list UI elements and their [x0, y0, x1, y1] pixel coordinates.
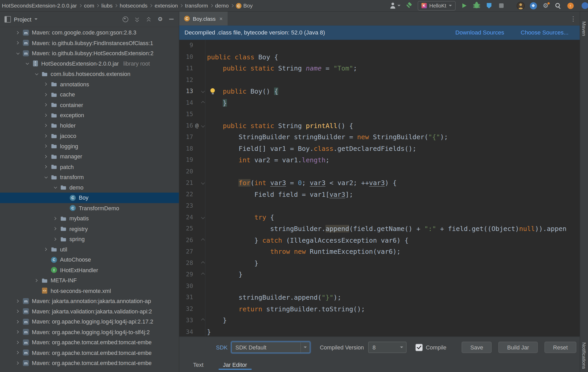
- tree-item[interactable]: Maven: org.apache.tomcat.embed:tomcat-em…: [0, 347, 179, 358]
- breadcrumb-item[interactable]: Boy: [235, 2, 254, 9]
- debug-button[interactable]: [473, 2, 480, 10]
- chevron-down-icon[interactable]: [25, 61, 29, 66]
- compiled-version-select[interactable]: 8: [368, 342, 407, 353]
- chevron-right-icon[interactable]: [16, 320, 20, 324]
- build-button[interactable]: [405, 2, 413, 10]
- reset-button[interactable]: Reset: [545, 342, 576, 353]
- chevron-right-icon[interactable]: [44, 165, 48, 169]
- breadcrumb-item[interactable]: com: [83, 2, 95, 9]
- breadcrumb-item[interactable]: HotSecondsExtension-2.0.0.jar: [1, 2, 78, 9]
- breadcrumb-item[interactable]: hotseconds: [119, 2, 149, 9]
- chevron-down-icon[interactable]: [53, 185, 57, 189]
- tree-item[interactable]: jacoco: [0, 131, 179, 141]
- chevron-right-icon[interactable]: [44, 82, 48, 86]
- tree-item[interactable]: Maven: jakarta.annotation:jakarta.annota…: [0, 296, 179, 306]
- tree-item[interactable]: transform: [0, 172, 179, 182]
- chevron-right-icon[interactable]: [16, 330, 20, 334]
- run-button[interactable]: [461, 2, 468, 10]
- fold-start-icon[interactable]: [200, 120, 206, 131]
- update-button[interactable]: [567, 2, 574, 10]
- tree-item[interactable]: TransformDemo: [0, 203, 179, 213]
- breadcrumb-item[interactable]: demo: [214, 2, 230, 9]
- chevron-right-icon[interactable]: [53, 227, 57, 231]
- tree-item[interactable]: AutoChoose: [0, 255, 179, 265]
- tree-item[interactable]: spring: [0, 234, 179, 244]
- chevron-right-icon[interactable]: [44, 103, 48, 107]
- fold-end-icon[interactable]: [200, 97, 206, 108]
- tree-item[interactable]: hot-seconds-remote.xml: [0, 285, 179, 296]
- expand-all-icon[interactable]: [134, 16, 140, 22]
- fold-end-icon[interactable]: [200, 269, 206, 280]
- tree-item[interactable]: HotSecondsExtension-2.0.0.jarlibrary roo…: [0, 58, 179, 69]
- choose-sources-link[interactable]: Choose Sources...: [521, 29, 569, 36]
- notifications-tool-button[interactable]: Notifications: [581, 342, 587, 369]
- chevron-right-icon[interactable]: [16, 309, 20, 313]
- chevron-down-icon[interactable]: [44, 175, 48, 179]
- tree-item[interactable]: Maven: org.apache.tomcat.embed:tomcat-em…: [0, 337, 179, 348]
- more-options-icon[interactable]: [567, 15, 580, 22]
- chevron-down-icon[interactable]: [16, 51, 20, 55]
- maven-tool-button[interactable]: Maven: [581, 22, 587, 36]
- tree-item[interactable]: patch: [0, 162, 179, 172]
- fold-end-icon[interactable]: [200, 234, 206, 246]
- fold-start-icon[interactable]: [200, 212, 206, 223]
- tree-item[interactable]: Boy: [0, 193, 179, 203]
- download-sources-link[interactable]: Download Sources: [455, 29, 504, 36]
- tab-text[interactable]: Text: [192, 362, 205, 372]
- panel-title[interactable]: Project: [14, 16, 32, 23]
- chevron-right-icon[interactable]: [16, 340, 20, 345]
- editor-tab[interactable]: Boy.class: [179, 12, 227, 26]
- tree-item[interactable]: Maven: jakarta.validation:jakarta.valida…: [0, 306, 179, 317]
- close-icon[interactable]: [219, 15, 223, 22]
- compile-checkbox[interactable]: [416, 344, 423, 351]
- gear-icon[interactable]: [158, 16, 163, 22]
- search-everywhere-button[interactable]: [554, 2, 562, 10]
- chevron-right-icon[interactable]: [44, 93, 48, 97]
- chevron-right-icon[interactable]: [34, 278, 39, 283]
- tree-item[interactable]: demo: [0, 182, 179, 193]
- chevron-right-icon[interactable]: [53, 216, 57, 221]
- tree-item[interactable]: mybatis: [0, 213, 179, 224]
- chevron-right-icon[interactable]: [16, 41, 20, 45]
- save-button[interactable]: Save: [462, 342, 492, 353]
- fold-start-icon[interactable]: [200, 86, 206, 97]
- chevron-down-icon[interactable]: [34, 72, 39, 76]
- collapse-all-icon[interactable]: [146, 16, 151, 22]
- build-jar-button[interactable]: Build Jar: [498, 342, 538, 353]
- breadcrumb-item[interactable]: liubs: [100, 2, 114, 9]
- tree-item[interactable]: holder: [0, 120, 179, 131]
- locate-icon[interactable]: [122, 16, 128, 22]
- fold-end-icon[interactable]: [200, 315, 206, 326]
- fold-start-icon[interactable]: [200, 177, 206, 189]
- tree-item[interactable]: com.liubs.hotseconds.extension: [0, 69, 179, 79]
- tree-item[interactable]: Maven: io.github.liubsyy:HotSecondsExten…: [0, 48, 179, 58]
- breadcrumb-item[interactable]: transform: [184, 2, 209, 9]
- sdk-select[interactable]: SDK Default: [231, 342, 310, 353]
- fold-end-icon[interactable]: [200, 257, 206, 269]
- chevron-down-icon[interactable]: [34, 18, 38, 20]
- chevron-right-icon[interactable]: [16, 361, 20, 365]
- tree-item[interactable]: manager: [0, 151, 179, 162]
- tab-jar-editor[interactable]: Jar Editor: [221, 362, 249, 372]
- tree-item[interactable]: Maven: org.apache.tomcat.embed:tomcat-em…: [0, 358, 179, 368]
- chevron-right-icon[interactable]: [44, 123, 48, 128]
- hide-panel-icon[interactable]: [169, 19, 173, 19]
- user-avatar[interactable]: [517, 2, 525, 10]
- chevron-right-icon[interactable]: [44, 155, 48, 159]
- plugin-badge-button[interactable]: [529, 2, 537, 10]
- breadcrumb-item[interactable]: extension: [154, 2, 179, 9]
- tree-item[interactable]: registry: [0, 223, 179, 234]
- tree-item[interactable]: IHotExtHandler: [0, 265, 179, 275]
- settings-button[interactable]: [542, 2, 549, 10]
- tree-item[interactable]: container: [0, 100, 179, 110]
- chevron-right-icon[interactable]: [44, 113, 48, 117]
- tree-item[interactable]: logging: [0, 141, 179, 151]
- run-config-selector[interactable]: K HelloKt: [418, 1, 455, 10]
- chevron-right-icon[interactable]: [16, 350, 20, 355]
- tree-item[interactable]: Maven: org.apache.logging.log4j:log4j-ap…: [0, 317, 179, 327]
- code-editor[interactable]: 910public class Boy {11 public static St…: [179, 40, 580, 336]
- chevron-right-icon[interactable]: [44, 144, 48, 148]
- tree-item[interactable]: cache: [0, 89, 179, 100]
- tree-item[interactable]: annotations: [0, 79, 179, 89]
- chevron-right-icon[interactable]: [44, 134, 48, 138]
